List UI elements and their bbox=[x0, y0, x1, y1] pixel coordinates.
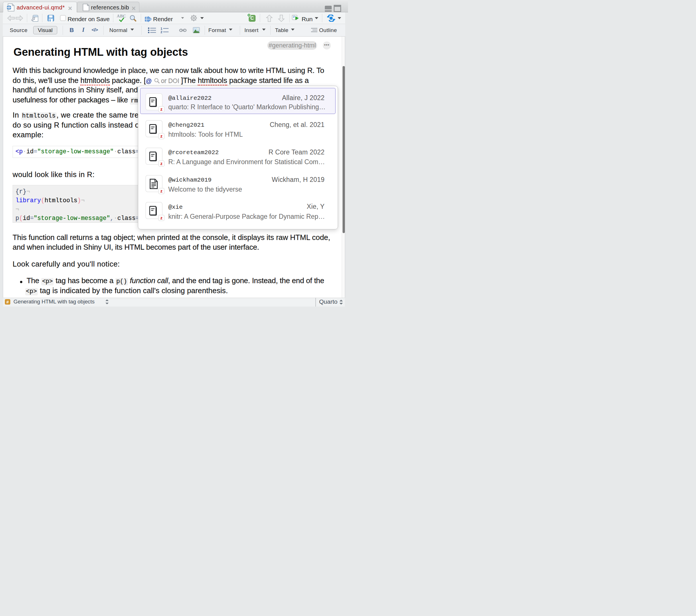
svg-text:1: 1 bbox=[160, 27, 162, 30]
svg-text:2: 2 bbox=[160, 30, 162, 33]
